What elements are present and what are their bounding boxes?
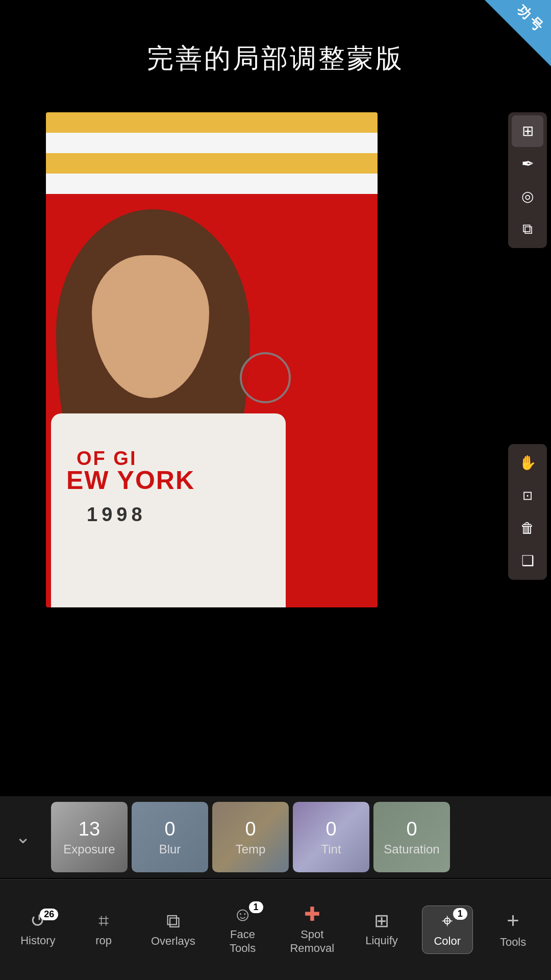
radial-tool-button[interactable]: ◎	[512, 181, 543, 212]
spot-removal-icon: ✚	[304, 904, 320, 924]
delete-icon: 🗑	[520, 521, 535, 535]
color-icon: ⌖	[442, 911, 453, 930]
face-tools-badge: 1	[249, 901, 263, 913]
blur-label: Blur	[159, 842, 181, 856]
history-label: History	[20, 934, 55, 947]
bottom-navigation: 26 ↺ History ⌗ rop ⧉ Overlays 1 ☺ FaceTo…	[0, 879, 551, 980]
blur-value: 0	[164, 818, 175, 840]
hand-icon: ✋	[519, 456, 537, 470]
temp-value: 0	[245, 818, 256, 840]
shirt-text-3: 1998	[87, 504, 146, 526]
radial-icon: ◎	[521, 189, 534, 204]
layers-icon: ❑	[521, 554, 534, 568]
select-icon: ⊞	[522, 124, 534, 138]
selection-circle[interactable]	[240, 352, 291, 403]
nav-crop[interactable]: ⌗ rop	[78, 906, 129, 952]
nav-face-tools[interactable]: 1 ☺ FaceTools	[217, 899, 268, 960]
exposure-slider[interactable]: 13 Exposure	[51, 802, 128, 872]
crop-label: rop	[95, 934, 112, 947]
spot-removal-label: SpotRemoval	[290, 928, 334, 955]
tint-slider[interactable]: 0 Tint	[293, 802, 369, 872]
crop-icon: ⊡	[522, 489, 533, 502]
liquify-label: Liquify	[365, 934, 398, 947]
exposure-value: 13	[79, 818, 100, 840]
photo-canvas[interactable]: OF GI EW YORK 1998	[46, 112, 378, 607]
collapse-button[interactable]: ⌄	[15, 826, 31, 848]
navigate-icon: ⧉	[522, 222, 533, 236]
nav-liquify[interactable]: ⊞ Liquify	[356, 906, 407, 952]
temp-label: Temp	[236, 842, 266, 856]
saturation-label: Saturation	[384, 842, 439, 856]
shirt-text-2: EW YORK	[66, 465, 195, 495]
tools-label: Tools	[500, 936, 526, 949]
saturation-value: 0	[406, 818, 417, 840]
navigate-tool-button[interactable]: ⧉	[512, 213, 543, 245]
nav-tools[interactable]: + Tools	[488, 905, 539, 954]
tools-icon: +	[507, 910, 519, 932]
overlays-label: Overlays	[151, 935, 195, 948]
liquify-icon: ⊞	[374, 912, 389, 930]
corner-badge-text: 功 号	[513, 2, 546, 35]
tint-value: 0	[325, 818, 336, 840]
temp-slider[interactable]: 0 Temp	[212, 802, 289, 872]
nav-overlays[interactable]: ⧉ Overlays	[144, 906, 203, 953]
pen-icon: ✒	[521, 156, 534, 172]
pen-tool-button[interactable]: ✒	[512, 148, 543, 180]
delete-tool-button[interactable]: 🗑	[512, 512, 543, 544]
saturation-slider[interactable]: 0 Saturation	[373, 802, 450, 872]
overlays-icon: ⧉	[166, 911, 180, 930]
toolbar-top: ⊞ ✒ ◎ ⧉	[508, 112, 547, 248]
layers-tool-button[interactable]: ❑	[512, 545, 543, 577]
select-tool-button[interactable]: ⊞	[512, 115, 543, 147]
tint-label: Tint	[321, 842, 341, 856]
history-badge: 26	[40, 909, 58, 920]
adjustment-slider-strip: ⌄ 13 Exposure 0 Blur 0 Temp 0 Tint 0 Sat…	[0, 796, 551, 878]
crop-nav-icon: ⌗	[98, 912, 109, 930]
toolbar-bottom: ✋ ⊡ 🗑 ❑	[508, 444, 547, 580]
exposure-label: Exposure	[63, 842, 115, 856]
color-badge: 1	[453, 908, 467, 920]
face-tools-label: FaceTools	[230, 928, 256, 955]
nav-color[interactable]: 1 ⌖ Color	[422, 905, 473, 953]
crop-tool-button[interactable]: ⊡	[512, 480, 543, 511]
hand-tool-button[interactable]: ✋	[512, 447, 543, 479]
nav-history[interactable]: 26 ↺ History	[12, 906, 63, 952]
color-label: Color	[434, 935, 461, 948]
blur-slider[interactable]: 0 Blur	[132, 802, 208, 872]
page-title: 完善的局部调整蒙版	[0, 41, 551, 77]
nav-spot-removal[interactable]: ✚ SpotRemoval	[283, 899, 341, 960]
